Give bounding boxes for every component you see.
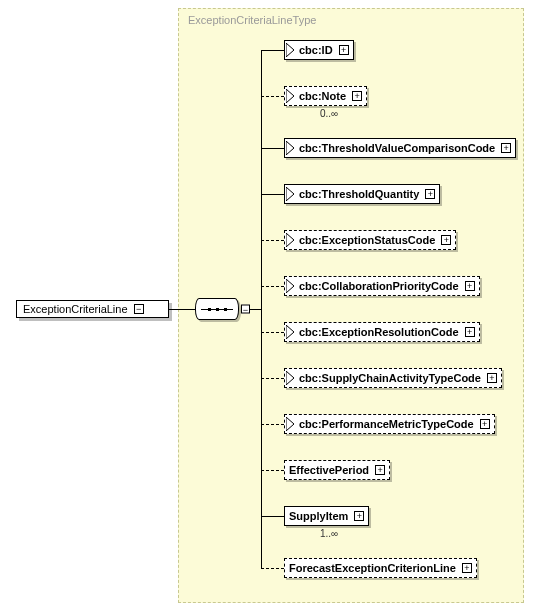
plus-icon[interactable]: + — [465, 327, 475, 337]
svg-marker-6 — [286, 325, 294, 339]
child-element-box[interactable]: cbc:PerformanceMetricTypeCode+ — [284, 414, 495, 434]
ref-indicator-icon — [285, 41, 295, 59]
child-element-name: EffectivePeriod — [289, 464, 369, 476]
child-element-box[interactable]: cbc:CollaborationPriorityCode+ — [284, 276, 480, 296]
child-element-name: cbc:ExceptionStatusCode — [299, 234, 435, 246]
plus-icon[interactable]: + — [425, 189, 435, 199]
conn-seq-trunk — [249, 309, 261, 310]
child-element-name: cbc:CollaborationPriorityCode — [299, 280, 459, 292]
ref-indicator-icon — [285, 323, 295, 341]
child-element-name: cbc:Note — [299, 90, 346, 102]
child-element-name: cbc:PerformanceMetricTypeCode — [299, 418, 474, 430]
child-element-box[interactable]: SupplyItem+ — [284, 506, 369, 526]
svg-marker-4 — [286, 233, 294, 247]
conn-branch — [261, 194, 284, 195]
conn-branch — [261, 240, 284, 241]
sequence-compositor[interactable]: − — [195, 298, 239, 320]
child-element-box[interactable]: cbc:SupplyChainActivityTypeCode+ — [284, 368, 502, 388]
child-element-name: SupplyItem — [289, 510, 348, 522]
ref-indicator-icon — [285, 369, 295, 387]
svg-marker-3 — [286, 187, 294, 201]
child-element-name: cbc:ThresholdQuantity — [299, 188, 419, 200]
svg-marker-0 — [286, 43, 294, 57]
conn-branch — [261, 424, 284, 425]
child-element-name: cbc:ID — [299, 44, 333, 56]
root-element-box[interactable]: ExceptionCriteriaLine − — [16, 300, 169, 318]
conn-branch — [261, 516, 284, 517]
child-element-box[interactable]: cbc:Note+ — [284, 86, 367, 106]
child-element-name: cbc:SupplyChainActivityTypeCode — [299, 372, 481, 384]
plus-icon[interactable]: + — [339, 45, 349, 55]
conn-branch — [261, 332, 284, 333]
ref-indicator-icon — [285, 277, 295, 295]
conn-branch — [261, 568, 284, 569]
child-element-box[interactable]: EffectivePeriod+ — [284, 460, 390, 480]
plus-icon[interactable]: + — [501, 143, 511, 153]
complex-type-label: ExceptionCriteriaLineType — [188, 14, 316, 26]
plus-icon[interactable]: + — [352, 91, 362, 101]
plus-icon[interactable]: + — [441, 235, 451, 245]
child-element-box[interactable]: cbc:ThresholdValueComparisonCode+ — [284, 138, 516, 158]
conn-branch — [261, 286, 284, 287]
svg-marker-2 — [286, 141, 294, 155]
xsd-diagram: ExceptionCriteriaLineType ExceptionCrite… — [0, 0, 533, 609]
root-element-name: ExceptionCriteriaLine — [23, 303, 128, 315]
plus-icon[interactable]: + — [480, 419, 490, 429]
plus-icon[interactable]: + — [462, 563, 472, 573]
child-element-name: cbc:ThresholdValueComparisonCode — [299, 142, 495, 154]
svg-marker-8 — [286, 417, 294, 431]
child-element-box[interactable]: cbc:ExceptionResolutionCode+ — [284, 322, 480, 342]
svg-marker-1 — [286, 89, 294, 103]
conn-branch — [261, 470, 284, 471]
ref-indicator-icon — [285, 231, 295, 249]
occurs-label: 1..∞ — [320, 528, 338, 539]
child-element-name: cbc:ExceptionResolutionCode — [299, 326, 459, 338]
plus-icon[interactable]: + — [354, 511, 364, 521]
conn-branch — [261, 148, 284, 149]
svg-marker-7 — [286, 371, 294, 385]
child-element-box[interactable]: ForecastExceptionCriterionLine+ — [284, 558, 477, 578]
child-element-box[interactable]: cbc:ID+ — [284, 40, 354, 60]
conn-branch — [261, 378, 284, 379]
conn-branch — [261, 50, 284, 51]
minus-icon[interactable]: − — [134, 304, 144, 314]
ref-indicator-icon — [285, 87, 295, 105]
conn-root-seq — [169, 309, 195, 310]
ref-indicator-icon — [285, 185, 295, 203]
child-element-name: ForecastExceptionCriterionLine — [289, 562, 456, 574]
conn-trunk-vertical — [261, 50, 262, 568]
conn-branch — [261, 96, 284, 97]
plus-icon[interactable]: + — [487, 373, 497, 383]
plus-icon[interactable]: + — [375, 465, 385, 475]
child-element-box[interactable]: cbc:ExceptionStatusCode+ — [284, 230, 456, 250]
ref-indicator-icon — [285, 139, 295, 157]
occurs-label: 0..∞ — [320, 108, 338, 119]
ref-indicator-icon — [285, 415, 295, 433]
child-element-box[interactable]: cbc:ThresholdQuantity+ — [284, 184, 440, 204]
plus-icon[interactable]: + — [465, 281, 475, 291]
svg-marker-5 — [286, 279, 294, 293]
seq-rail — [201, 309, 233, 310]
